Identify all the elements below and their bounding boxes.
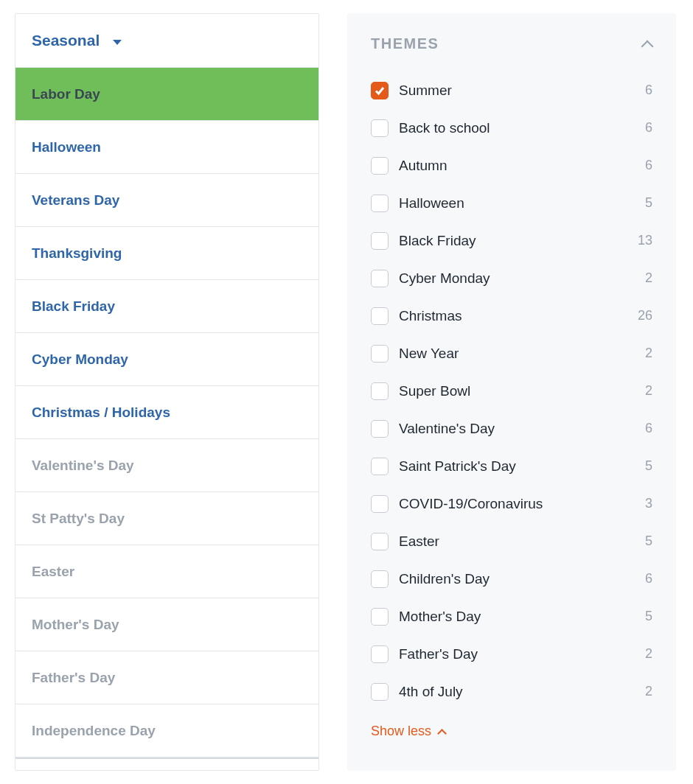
theme-label: Father's Day bbox=[399, 646, 633, 662]
theme-count: 26 bbox=[633, 308, 652, 323]
show-less-label: Show less bbox=[371, 724, 431, 739]
show-less-button[interactable]: Show less bbox=[371, 724, 652, 739]
theme-item[interactable]: Super Bowl2 bbox=[371, 372, 652, 410]
seasonal-item-label: Christmas / Holidays bbox=[32, 405, 170, 421]
theme-checkbox[interactable] bbox=[371, 157, 389, 175]
theme-item[interactable]: Autumn6 bbox=[371, 147, 652, 184]
theme-item[interactable]: Back to school6 bbox=[371, 109, 652, 147]
seasonal-item[interactable]: Cyber Monday bbox=[15, 332, 318, 385]
theme-checkbox[interactable] bbox=[371, 420, 389, 438]
theme-checkbox[interactable] bbox=[371, 533, 389, 550]
theme-label: Christmas bbox=[399, 308, 633, 324]
themes-collapse-toggle[interactable]: THEMES bbox=[371, 35, 652, 52]
theme-item[interactable]: Summer6 bbox=[371, 71, 652, 109]
theme-count: 5 bbox=[633, 609, 652, 624]
theme-item[interactable]: Christmas26 bbox=[371, 297, 652, 335]
seasonal-item-label: Thanksgiving bbox=[32, 245, 122, 262]
seasonal-item-label: Valentine's Day bbox=[32, 458, 134, 474]
theme-checkbox[interactable] bbox=[371, 570, 389, 588]
seasonal-dropdown-header[interactable]: Seasonal bbox=[15, 14, 318, 67]
theme-count: 6 bbox=[633, 571, 652, 587]
theme-checkbox[interactable] bbox=[371, 232, 389, 250]
theme-label: Easter bbox=[399, 533, 633, 550]
theme-count: 5 bbox=[633, 458, 652, 474]
theme-item[interactable]: Father's Day2 bbox=[371, 635, 652, 673]
theme-checkbox[interactable] bbox=[371, 119, 389, 137]
theme-count: 2 bbox=[633, 646, 652, 662]
theme-checkbox[interactable] bbox=[371, 608, 389, 626]
theme-checkbox[interactable] bbox=[371, 495, 389, 513]
seasonal-panel: Seasonal Labor DayHalloweenVeterans DayT… bbox=[15, 13, 319, 771]
theme-checkbox[interactable] bbox=[371, 82, 389, 99]
theme-checkbox[interactable] bbox=[371, 270, 389, 287]
seasonal-item[interactable]: Christmas / Holidays bbox=[15, 385, 318, 438]
panel-bottom-shadow bbox=[15, 757, 318, 759]
theme-label: New Year bbox=[399, 346, 633, 362]
theme-label: Children's Day bbox=[399, 571, 633, 587]
theme-item[interactable]: New Year2 bbox=[371, 335, 652, 372]
theme-item[interactable]: Saint Patrick's Day5 bbox=[371, 447, 652, 485]
theme-count: 2 bbox=[633, 684, 652, 699]
seasonal-item[interactable]: Valentine's Day bbox=[15, 438, 318, 491]
theme-count: 5 bbox=[633, 195, 652, 211]
theme-label: 4th of July bbox=[399, 684, 633, 700]
theme-item[interactable]: Cyber Monday2 bbox=[371, 259, 652, 297]
theme-label: Valentine's Day bbox=[399, 421, 633, 437]
seasonal-item-label: Easter bbox=[32, 564, 74, 580]
seasonal-item[interactable]: Thanksgiving bbox=[15, 226, 318, 279]
seasonal-item[interactable]: Labor Day bbox=[15, 67, 318, 120]
theme-item[interactable]: COVID-19/Coronavirus3 bbox=[371, 485, 652, 522]
theme-checkbox[interactable] bbox=[371, 683, 389, 701]
theme-checkbox[interactable] bbox=[371, 345, 389, 363]
theme-item[interactable]: Valentine's Day6 bbox=[371, 410, 652, 447]
seasonal-item-label: Cyber Monday bbox=[32, 351, 128, 368]
theme-label: Saint Patrick's Day bbox=[399, 458, 633, 475]
theme-item[interactable]: Mother's Day5 bbox=[371, 598, 652, 635]
theme-count: 5 bbox=[633, 533, 652, 549]
seasonal-item-label: St Patty's Day bbox=[32, 511, 125, 527]
theme-label: COVID-19/Coronavirus bbox=[399, 496, 633, 512]
theme-item[interactable]: 4th of July2 bbox=[371, 673, 652, 710]
theme-checkbox[interactable] bbox=[371, 458, 389, 475]
seasonal-header-label: Seasonal bbox=[32, 32, 100, 49]
theme-count: 13 bbox=[633, 233, 652, 248]
theme-label: Black Friday bbox=[399, 233, 633, 249]
seasonal-item[interactable]: Easter bbox=[15, 545, 318, 598]
seasonal-item[interactable]: Black Friday bbox=[15, 279, 318, 332]
seasonal-item[interactable]: Mother's Day bbox=[15, 598, 318, 651]
seasonal-item-label: Veterans Day bbox=[32, 192, 119, 209]
theme-label: Super Bowl bbox=[399, 383, 633, 399]
theme-checkbox[interactable] bbox=[371, 307, 389, 325]
seasonal-item[interactable]: Independence Day bbox=[15, 704, 318, 757]
theme-label: Summer bbox=[399, 83, 633, 99]
theme-count: 2 bbox=[633, 346, 652, 361]
seasonal-item-label: Labor Day bbox=[32, 86, 100, 102]
seasonal-item-label: Mother's Day bbox=[32, 617, 119, 633]
theme-count: 6 bbox=[633, 158, 652, 173]
seasonal-item-label: Black Friday bbox=[32, 298, 115, 315]
seasonal-item[interactable]: Veterans Day bbox=[15, 173, 318, 226]
theme-label: Back to school bbox=[399, 120, 633, 136]
theme-label: Autumn bbox=[399, 158, 633, 174]
theme-checkbox[interactable] bbox=[371, 195, 389, 212]
themes-title: THEMES bbox=[371, 35, 439, 52]
theme-label: Mother's Day bbox=[399, 609, 633, 625]
theme-count: 2 bbox=[633, 383, 652, 399]
theme-item[interactable]: Halloween5 bbox=[371, 184, 652, 222]
theme-item[interactable]: Children's Day6 bbox=[371, 560, 652, 598]
themes-panel: THEMES Summer6Back to school6Autumn6Hall… bbox=[347, 13, 676, 771]
theme-count: 2 bbox=[633, 270, 652, 286]
theme-item[interactable]: Easter5 bbox=[371, 522, 652, 560]
seasonal-item[interactable]: St Patty's Day bbox=[15, 491, 318, 545]
seasonal-item[interactable]: Father's Day bbox=[15, 651, 318, 704]
caret-down-icon bbox=[113, 40, 122, 45]
theme-count: 3 bbox=[633, 496, 652, 511]
theme-checkbox[interactable] bbox=[371, 382, 389, 400]
seasonal-item[interactable]: Halloween bbox=[15, 120, 318, 173]
seasonal-item-label: Father's Day bbox=[32, 670, 115, 686]
chevron-up-icon bbox=[439, 728, 446, 735]
theme-checkbox[interactable] bbox=[371, 645, 389, 663]
chevron-up-icon bbox=[642, 39, 652, 49]
theme-item[interactable]: Black Friday13 bbox=[371, 222, 652, 259]
theme-count: 6 bbox=[633, 120, 652, 136]
